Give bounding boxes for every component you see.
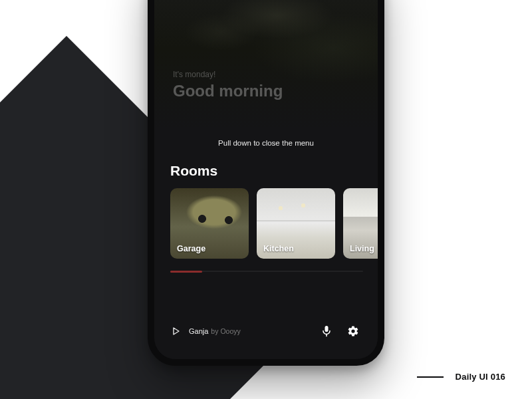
bottom-bar: Ganja by Oooyy — [154, 317, 378, 346]
hero-text-block: It's monday! Good morning — [173, 70, 283, 100]
now-playing-artist: by Oooyy — [211, 327, 240, 335]
voice-button[interactable] — [319, 324, 334, 338]
carousel-scroll-thumb[interactable] — [170, 271, 202, 273]
room-card-kitchen[interactable]: Kitchen — [257, 188, 335, 259]
rooms-heading: Rooms — [154, 163, 378, 188]
footer-line — [417, 376, 444, 378]
now-playing[interactable]: Ganja by Oooyy — [189, 327, 241, 335]
now-playing-title: Ganja — [189, 327, 208, 335]
room-card-living[interactable]: Living — [343, 188, 378, 259]
hero-title: Good morning — [173, 82, 283, 100]
gear-icon — [347, 325, 359, 337]
microphone-icon — [322, 325, 331, 337]
hero-section: It's monday! Good morning — [154, 0, 378, 130]
room-label: Kitchen — [263, 244, 294, 253]
settings-button[interactable] — [346, 324, 360, 338]
room-label: Living — [350, 244, 374, 253]
room-label: Garage — [177, 244, 205, 253]
page-footer: Daily UI 016 — [417, 372, 505, 382]
rooms-carousel[interactable]: Garage Kitchen Living — [154, 188, 378, 259]
pull-down-hint[interactable]: Pull down to close the menu — [154, 130, 378, 163]
footer-label: Daily UI 016 — [456, 372, 505, 382]
svg-rect-0 — [325, 326, 329, 332]
play-button[interactable] — [172, 327, 181, 336]
carousel-scroll-track — [170, 271, 363, 272]
play-icon — [173, 327, 180, 335]
hero-subtitle: It's monday! — [173, 70, 283, 79]
app-screen: It's monday! Good morning Pull down to c… — [154, 0, 378, 359]
phone-frame: It's monday! Good morning Pull down to c… — [148, 0, 384, 366]
room-card-garage[interactable]: Garage — [170, 188, 249, 259]
